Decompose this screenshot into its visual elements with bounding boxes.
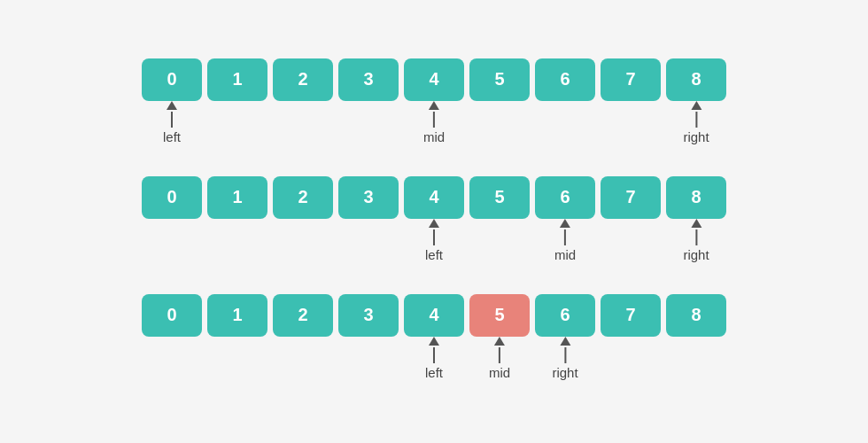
pointer-label: mid (489, 365, 510, 380)
cell-2-3: 3 (338, 176, 399, 219)
arrow-shaft (433, 229, 435, 245)
cell-2-8: 8 (666, 176, 726, 219)
cell-3-7: 7 (601, 294, 661, 337)
cell-2-6: 6 (535, 176, 595, 219)
row-3: 012345678 left mid right (142, 294, 726, 385)
cell-1-5: 5 (469, 58, 530, 101)
arrow-shaft (564, 229, 566, 245)
pointer-mid-row-3: mid (489, 337, 510, 380)
pointer-label: left (163, 129, 181, 144)
cell-1-4: 4 (404, 58, 464, 101)
cell-1-2: 2 (273, 58, 333, 101)
boxes-row-2: 012345678 (142, 176, 726, 219)
arrow-up (429, 219, 439, 245)
arrow-up (691, 101, 701, 128)
arrow-shaft (171, 112, 173, 128)
row-1: 012345678 left mid right (142, 58, 726, 150)
arrow-head (560, 219, 570, 228)
pointer-mid-row-1: mid (423, 101, 445, 144)
pointer-label: mid (423, 129, 445, 144)
arrow-head (494, 337, 505, 346)
pointer-label: right (683, 247, 709, 262)
row-2: 012345678 left mid right (142, 176, 726, 268)
cell-1-6: 6 (535, 58, 595, 101)
arrow-shaft (433, 347, 435, 363)
pointer-right-row-1: right (683, 101, 709, 144)
arrows-row-3: left mid right (142, 337, 726, 385)
arrow-head (691, 219, 701, 228)
arrow-up (429, 337, 439, 363)
boxes-row-3: 012345678 (142, 294, 726, 337)
cell-2-1: 1 (207, 176, 267, 219)
cell-1-7: 7 (601, 58, 661, 101)
cell-3-2: 2 (273, 294, 333, 337)
cell-3-1: 1 (207, 294, 267, 337)
arrow-shaft (695, 112, 697, 128)
pointer-mid-row-2: mid (554, 219, 576, 262)
cell-3-0: 0 (142, 294, 202, 337)
pointer-label: right (683, 129, 709, 144)
pointer-left-row-1: left (163, 101, 181, 144)
arrow-shaft (564, 347, 566, 363)
pointer-label: left (425, 365, 443, 380)
cell-1-3: 3 (338, 58, 399, 101)
arrow-head (429, 101, 439, 110)
cell-2-0: 0 (142, 176, 202, 219)
arrow-head (167, 101, 177, 110)
cell-2-5: 5 (469, 176, 530, 219)
arrow-up (494, 337, 505, 363)
diagram: 012345678 left mid right 012345678 (142, 58, 726, 385)
pointer-label: mid (554, 247, 576, 262)
pointer-label: right (552, 365, 577, 380)
arrow-head (691, 101, 701, 110)
arrow-shaft (695, 229, 697, 245)
pointer-right-row-2: right (683, 219, 709, 262)
cell-3-6: 6 (535, 294, 595, 337)
cell-2-2: 2 (273, 176, 333, 219)
arrow-head (429, 219, 439, 228)
cell-3-8: 8 (666, 294, 726, 337)
cell-2-4: 4 (404, 176, 464, 219)
pointer-label: left (425, 247, 443, 262)
arrows-row-2: left mid right (142, 219, 726, 268)
arrow-up (560, 219, 570, 245)
arrow-shaft (499, 347, 500, 363)
arrow-up (429, 101, 439, 128)
cell-1-0: 0 (142, 58, 202, 101)
arrow-up (560, 337, 570, 363)
cell-3-5: 5 (469, 294, 530, 337)
arrow-head (560, 337, 570, 346)
cell-3-4: 4 (404, 294, 464, 337)
cell-2-7: 7 (601, 176, 661, 219)
cell-3-3: 3 (338, 294, 399, 337)
pointer-right-row-3: right (552, 337, 577, 380)
arrow-up (691, 219, 701, 245)
boxes-row-1: 012345678 (142, 58, 726, 101)
pointer-left-row-3: left (425, 337, 443, 380)
arrows-row-1: left mid right (142, 101, 726, 150)
pointer-left-row-2: left (425, 219, 443, 262)
arrow-head (429, 337, 439, 346)
cell-1-8: 8 (666, 58, 726, 101)
arrow-shaft (433, 112, 435, 128)
cell-1-1: 1 (207, 58, 267, 101)
arrow-up (167, 101, 177, 128)
